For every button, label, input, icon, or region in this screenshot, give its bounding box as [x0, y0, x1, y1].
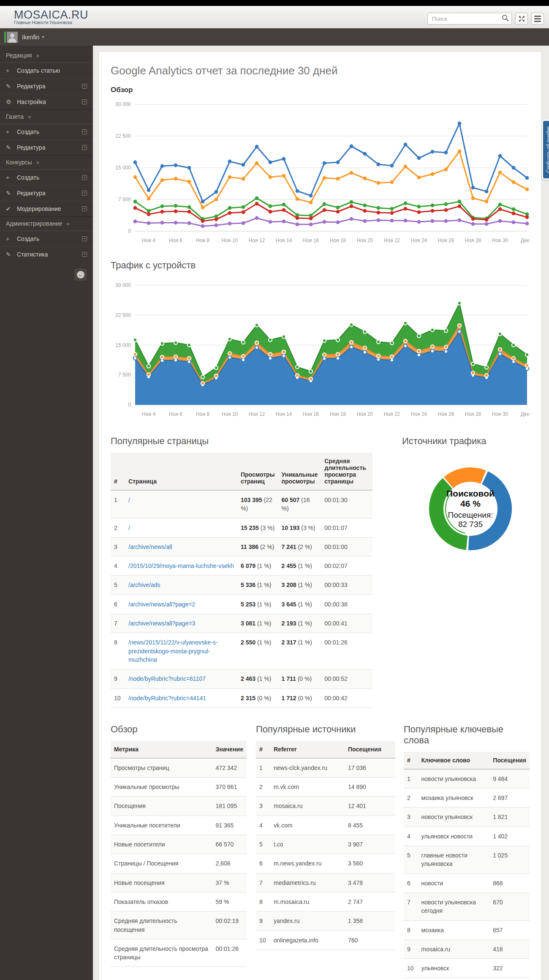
- sidebar-item[interactable]: ✎Редактура+: [0, 185, 93, 201]
- svg-text:7 500: 7 500: [118, 372, 131, 378]
- sidebar-item[interactable]: +Создать+: [0, 231, 93, 246]
- page-link[interactable]: /2015/10/29/moya-mama-luchshe-vsekh: [128, 562, 234, 569]
- page-link[interactable]: /: [128, 497, 130, 503]
- visits-value: 3 478: [345, 873, 395, 892]
- sidebar-item[interactable]: +Создать+: [0, 124, 93, 139]
- expand-plus-icon[interactable]: +: [82, 99, 87, 104]
- page-row: 9/node/byRubric?rubric=611072 463 (1 %)1…: [111, 669, 372, 688]
- pageviews-cell: 5 253 (1 %): [237, 595, 278, 614]
- sidebar-collapse-row: ←: [0, 262, 93, 287]
- visits-value: 868: [489, 874, 530, 893]
- search-icon[interactable]: [500, 14, 510, 23]
- expand-plus-icon[interactable]: +: [82, 84, 87, 89]
- metric-value: 37 %: [212, 873, 247, 892]
- referrer-name: t.co: [270, 835, 345, 854]
- svg-text:Ноя 30: Ноя 30: [492, 237, 508, 243]
- menu-button[interactable]: [531, 13, 544, 25]
- page-row: 10/node/byRubric?rubric=441412 315 (0 %)…: [111, 688, 372, 707]
- sidebar-item[interactable]: ⚙Настройка+: [0, 94, 93, 109]
- metric-name: Просмотры страниц: [111, 758, 212, 778]
- expand-plus-icon[interactable]: +: [82, 206, 87, 211]
- keyword-name: ульяновск: [418, 959, 490, 978]
- referrers-heading: Популярные источники: [256, 724, 395, 735]
- sidebar-item[interactable]: ✎Статистика+: [0, 246, 93, 262]
- sidebar-item[interactable]: ✎Редактура+: [0, 139, 93, 155]
- gear-icon: ⚙: [6, 98, 17, 105]
- row-number: 4: [404, 827, 418, 846]
- page-link[interactable]: /archive/news/all?page=2: [128, 601, 195, 608]
- row-number: 6: [256, 854, 270, 873]
- page-link[interactable]: /node/byRubric?rubric=61107: [128, 675, 206, 682]
- search-input[interactable]: [427, 13, 512, 25]
- page-url: /archive/news/all: [125, 537, 237, 556]
- svg-text:Ноя 22: Ноя 22: [384, 237, 400, 243]
- expand-plus-icon[interactable]: +: [82, 175, 87, 180]
- traffic-sources-donut-chart: Поисковой 46 % Посещения: 82 735: [427, 466, 514, 552]
- svg-text:Ноя 16: Ноя 16: [303, 237, 319, 243]
- site-logo[interactable]: MOSAICA.RU Главные Новости Ульяновска: [14, 9, 88, 25]
- referrer-name: vk.com: [270, 816, 345, 835]
- table-row: 1news-clck.yandex.ru17 036: [256, 758, 395, 778]
- visits-value: 2 747: [345, 892, 395, 911]
- svg-text:15 000: 15 000: [115, 342, 131, 348]
- sidebar-section-header[interactable]: Конкурсы »: [0, 155, 93, 169]
- sidebar-item[interactable]: ✎Редактура+: [0, 78, 93, 94]
- fullscreen-button[interactable]: [515, 13, 528, 25]
- page-link[interactable]: /news/2015/11/22/v-ulyanovske-s-preziden…: [128, 639, 217, 663]
- page-link[interactable]: /: [128, 524, 130, 531]
- svg-text:Ноя 12: Ноя 12: [249, 237, 265, 243]
- sidebar-section-header[interactable]: Администрирование »: [0, 216, 93, 231]
- svg-text:30 000: 30 000: [115, 101, 131, 107]
- page-link[interactable]: /archive/news/all?page=3: [128, 620, 195, 627]
- sidebar-section-header[interactable]: Редакция »: [0, 49, 93, 63]
- table-row: 2m.vk.com14 890: [256, 778, 395, 797]
- page-url: /archive/news/all?page=2: [125, 595, 237, 614]
- table-row: 8мозаика657: [404, 920, 530, 939]
- arrow-left-icon: ←: [77, 271, 84, 278]
- popular-pages-section: Популярные страницы #СтраницаПросмотры с…: [111, 436, 372, 708]
- sidebar: Ikenfin ▾ Редакция »+Создать статью✎Реда…: [0, 28, 93, 980]
- sidebar-item[interactable]: +Создать+: [0, 169, 93, 185]
- expand-plus-icon[interactable]: +: [82, 252, 87, 257]
- table-row: Новые посетители66 570: [111, 835, 247, 854]
- metric-value: 370 661: [212, 778, 247, 797]
- table-row: Уникальные посетители91 365: [111, 816, 247, 835]
- sidebar-collapse-button[interactable]: ←: [74, 269, 87, 281]
- page-link[interactable]: /node/byRubric?rubric=44141: [128, 695, 206, 702]
- sidebar-item[interactable]: ✔Модерирование+: [0, 201, 93, 216]
- row-number: 3: [404, 808, 418, 827]
- user-menu[interactable]: Ikenfin ▾: [0, 28, 93, 46]
- page-row: 7/archive/news/all?page=33 081 (1 %)2 19…: [111, 614, 372, 633]
- sidebar-section-header[interactable]: Газета »: [0, 109, 93, 124]
- table-row: 3новости ульяновск1 821: [404, 808, 530, 827]
- referrer-name: m.news.yandex.ru: [270, 854, 345, 873]
- table-row: Средняя длительность просмотра страницы0…: [111, 939, 247, 967]
- search-box: [427, 13, 512, 25]
- expand-plus-icon[interactable]: +: [82, 129, 87, 134]
- pageviews-cell: 6 079 (1 %): [237, 557, 278, 576]
- pencil-icon: ✎: [6, 83, 17, 90]
- svg-text:Ноя 12: Ноя 12: [249, 411, 265, 417]
- table-row: Показатель отказов59 %: [111, 892, 247, 911]
- sidebar-item[interactable]: +Создать статью: [0, 63, 93, 78]
- expand-plus-icon[interactable]: +: [82, 145, 87, 150]
- page-link[interactable]: /archive/news/all: [128, 543, 172, 550]
- svg-text:Ноя 28: Ноя 28: [465, 411, 481, 417]
- metric-value: 91 365: [212, 816, 247, 835]
- row-number: 1: [256, 758, 270, 778]
- expand-plus-icon[interactable]: +: [82, 236, 87, 241]
- row-number: 3: [256, 797, 270, 816]
- report-error-tab[interactable]: Сообщить об ошибке: [542, 120, 549, 180]
- page-link[interactable]: /archive/ads: [128, 581, 160, 588]
- expand-plus-icon[interactable]: +: [82, 191, 87, 196]
- sidebar-item-label: Редактура: [17, 190, 45, 197]
- svg-text:Ноя 16: Ноя 16: [303, 411, 319, 417]
- visits-value: 670: [489, 893, 530, 920]
- site-logo-text[interactable]: MOSAICA.RU: [14, 9, 88, 21]
- tables-row-1: Популярные страницы #СтраницаПросмотры с…: [111, 436, 530, 708]
- svg-text:0: 0: [128, 402, 131, 408]
- avg-time-cell: 00:00:38: [321, 595, 372, 614]
- column-header: #: [111, 453, 125, 490]
- pageviews-cell: 15 235 (3 %): [237, 518, 278, 537]
- svg-text:22 500: 22 500: [115, 312, 131, 318]
